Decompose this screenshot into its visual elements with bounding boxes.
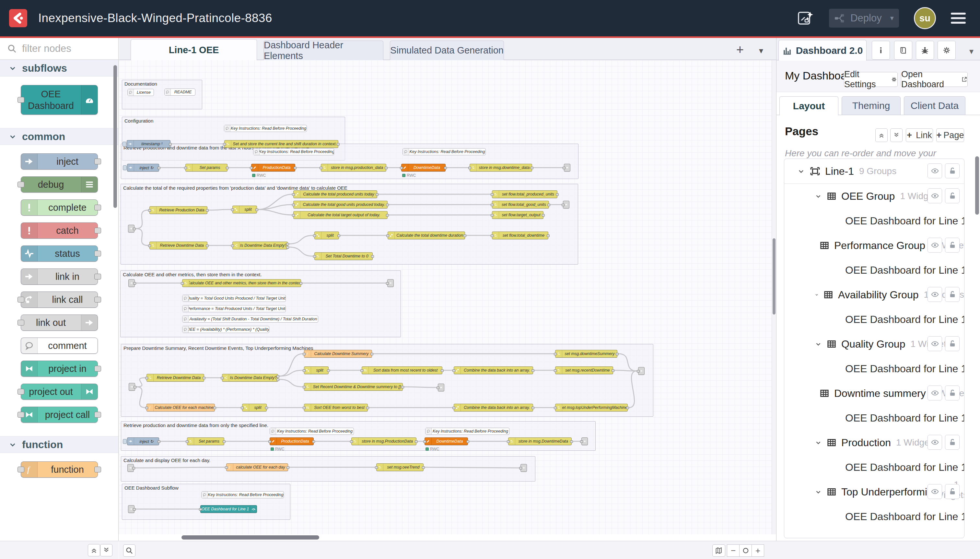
flow-group[interactable]: Calculate and display OEE for each day.: [121, 456, 535, 481]
tree-row-widget[interactable]: OEE Dashboard for Line 1: [784, 455, 964, 480]
input-port[interactable]: [350, 440, 353, 443]
flow-node-linkout[interactable]: [638, 367, 645, 375]
pages-expand-all-button[interactable]: [890, 128, 902, 142]
inject-button[interactable]: [123, 439, 127, 444]
output-port[interactable]: [169, 143, 172, 146]
lock-toggle-button[interactable]: [945, 287, 960, 302]
input-port[interactable]: [452, 369, 455, 372]
flow-node-comment[interactable]: Key Instructions: Read Before Proceeding: [425, 428, 510, 435]
flow-canvas[interactable]: DocumentationConfigurationRetrieve produ…: [119, 60, 772, 534]
output-port[interactable]: [94, 205, 101, 210]
flow-node-change[interactable]: set flow.total_downtime: [492, 232, 548, 239]
flow-node-join[interactable]: Calculate the total downtime duration: [388, 232, 465, 239]
flow-node-change[interactable]: store in msg.ProductionData: [351, 437, 416, 445]
zoom-out-button[interactable]: −: [727, 544, 739, 557]
flow-node-switch[interactable]: Is Downtime Data Empty?: [222, 374, 278, 382]
flow-node-change[interactable]: Retrieve Downtime Data: [147, 374, 204, 382]
output-port[interactable]: [134, 386, 137, 389]
visibility-toggle-button[interactable]: [927, 385, 942, 400]
ai-assistant-icon[interactable]: [797, 10, 814, 26]
flow-list-caret-icon[interactable]: ▾: [759, 46, 763, 56]
flow-node-linkin[interactable]: [128, 225, 134, 233]
palette-category-common[interactable]: common: [0, 128, 118, 145]
output-port[interactable]: [256, 208, 258, 211]
flow-node-sort[interactable]: Sort OEE from worst to best: [304, 404, 368, 412]
palette-node-function[interactable]: ffunction: [21, 461, 98, 478]
output-port[interactable]: [133, 508, 136, 511]
flow-node-change[interactable]: set msg.topUnderPerformingMachines: [555, 404, 628, 412]
input-port[interactable]: [250, 167, 253, 169]
flow-node-forange[interactable]: ProductionDataRWC: [251, 164, 295, 172]
input-port[interactable]: [400, 167, 403, 169]
input-port[interactable]: [221, 377, 224, 379]
flow-node-inject[interactable]: timestamp ¹: [127, 140, 170, 148]
output-port[interactable]: [401, 386, 404, 389]
edit-settings-button[interactable]: Edit Settings: [844, 72, 898, 87]
visibility-toggle-button[interactable]: [927, 287, 942, 302]
flow-node-linkout[interactable]: [387, 279, 394, 287]
output-port[interactable]: [370, 353, 373, 356]
flow-node-join[interactable]: Calculate the total produced units today: [293, 190, 377, 198]
input-port[interactable]: [491, 214, 493, 217]
palette-node-inject[interactable]: inject: [21, 153, 98, 170]
output-port[interactable]: [386, 214, 389, 217]
tree-row-group[interactable]: Downtime summery1 Widgets: [784, 381, 964, 406]
flow-node-flight[interactable]: fCalculate OEE for each machine: [147, 404, 215, 412]
flow-node-change[interactable]: Calculate OEE and other metrics, then st…: [182, 279, 301, 287]
lock-toggle-button[interactable]: [945, 484, 960, 499]
flow-node-flight[interactable]: fcalculate OEE for each day: [226, 463, 288, 471]
output-port[interactable]: [547, 235, 549, 237]
flow-group[interactable]: Retrieve production and downtime data fr…: [121, 144, 579, 179]
flow-group[interactable]: Retrieve production and downtime data fr…: [121, 421, 596, 451]
lock-toggle-button[interactable]: [945, 435, 960, 450]
flow-node-join[interactable]: Calculate the total target output of tod…: [293, 211, 388, 219]
add-flow-icon[interactable]: +: [736, 43, 744, 57]
input-port[interactable]: [292, 193, 295, 196]
palette-node-link-out[interactable]: link out: [21, 314, 98, 331]
output-port[interactable]: [287, 466, 289, 469]
tree-row-group[interactable]: Availability Group1 Widgets: [784, 283, 964, 307]
flow-node-comment[interactable]: Quality = Total Good Units Produced / To…: [182, 295, 286, 302]
flow-node-join[interactable]: Combine the data back into an array.: [454, 404, 533, 412]
flow-node-change[interactable]: Retrieve Production Data: [149, 206, 208, 214]
minimap-button[interactable]: [712, 544, 725, 557]
flow-node-comment[interactable]: Availavity = (Total Shift Duration - Tot…: [182, 316, 318, 322]
input-port[interactable]: [303, 407, 305, 409]
sidebar-tab-client-data[interactable]: Client Data: [904, 96, 965, 115]
flow-node-split[interactable]: split: [233, 205, 257, 213]
tree-row-group[interactable]: Top Underperformi...1 Widgets: [784, 480, 964, 504]
flow-node-linkout[interactable]: [564, 164, 570, 172]
input-port[interactable]: [18, 182, 24, 187]
output-port[interactable]: [94, 412, 101, 418]
palette-node-project-call[interactable]: project call: [21, 407, 98, 423]
palette-scrollbar[interactable]: [114, 65, 117, 208]
flow-node-linkout[interactable]: [581, 437, 588, 445]
input-port[interactable]: [320, 167, 322, 169]
input-port[interactable]: [386, 282, 389, 285]
info-tab-button[interactable]: [872, 41, 890, 60]
flow-node-change[interactable]: Set params: [185, 164, 228, 172]
debug-tab-button[interactable]: [916, 41, 934, 60]
input-port[interactable]: [223, 143, 226, 146]
input-port[interactable]: [225, 466, 228, 469]
flow-node-forange[interactable]: ProductionDataRWC: [270, 437, 314, 445]
add-page-button[interactable]: +Page: [936, 128, 964, 142]
flow-node-change[interactable]: store in msg.downtime_data: [470, 164, 532, 172]
input-port[interactable]: [18, 97, 24, 103]
tree-row-widget[interactable]: OEE Dashboard for Line 1: [784, 307, 964, 332]
input-port[interactable]: [580, 440, 583, 443]
output-port[interactable]: [226, 167, 229, 169]
output-port[interactable]: [444, 167, 447, 169]
palette-filter-input[interactable]: [21, 43, 104, 55]
visibility-toggle-button[interactable]: [927, 238, 942, 253]
flow-node-change[interactable]: Retrieve Downtime Data: [149, 241, 208, 249]
palette-category-function[interactable]: function: [0, 436, 118, 453]
tab-dashboard-2[interactable]: Dashboard 2.0: [779, 40, 866, 61]
output-port[interactable]: [366, 407, 369, 409]
input-port[interactable]: [519, 467, 522, 470]
tree-row-group[interactable]: Performance Group1 Widgets: [784, 233, 964, 258]
flow-tab-1[interactable]: Line-1 OEE: [130, 39, 257, 60]
flow-node-change[interactable]: Set params: [187, 437, 224, 445]
settings-tab-button[interactable]: [937, 41, 956, 60]
flow-node-comment[interactable]: Key Instructions: Read Before Proceeding: [403, 148, 486, 155]
